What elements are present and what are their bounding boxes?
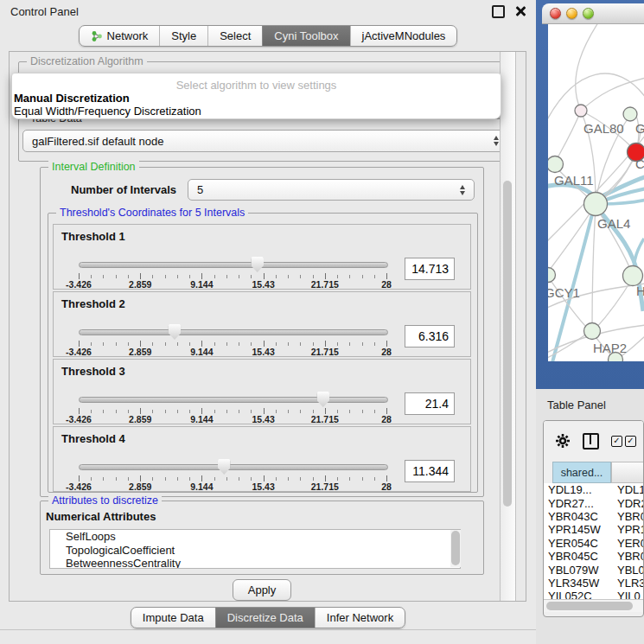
tab-infer-network[interactable]: Infer Network	[315, 608, 405, 628]
node-gal4[interactable]	[584, 193, 608, 216]
cell-shared-name[interactable]: YIL052C	[544, 590, 612, 599]
threshold-slider[interactable]: -3.4262.8599.14415.4321.71528	[79, 360, 388, 425]
cell-shared-name[interactable]: YER054C	[544, 537, 612, 550]
attributes-list-scrollbar[interactable]	[450, 530, 461, 567]
attribute-list-item[interactable]: TopologicalCoefficient	[50, 544, 460, 558]
cell-name[interactable]: YIL0	[612, 590, 644, 599]
tab-discretize-data[interactable]: Discretize Data	[215, 608, 315, 628]
node-gal80[interactable]	[575, 105, 587, 117]
gear-icon[interactable]	[555, 433, 571, 449]
network-icon	[91, 30, 103, 42]
slider-track[interactable]	[79, 262, 388, 268]
cell-shared-name[interactable]: YBR043C	[544, 510, 612, 523]
attribute-list-item[interactable]: SelfLoops	[50, 530, 460, 544]
slider-handle[interactable]	[168, 324, 181, 340]
tab-label: Infer Network	[327, 611, 393, 624]
cell-name[interactable]: YBR0	[612, 550, 644, 563]
table-row[interactable]: YBR045CYBR0	[544, 550, 644, 563]
slider-scale-labels: -3.4262.8599.14415.4321.71528	[79, 279, 388, 290]
tab-style[interactable]: Style	[159, 26, 207, 46]
column-header-shared-name[interactable]: shared...	[552, 462, 611, 483]
scrollbar-thumb[interactable]	[451, 531, 460, 565]
cell-shared-name[interactable]: YDL19...	[544, 483, 612, 496]
cell-name[interactable]: YBL0	[612, 564, 644, 577]
group-title: Threshold's Coordinates for 5 Intervals	[56, 207, 248, 219]
slider-track[interactable]	[79, 464, 388, 470]
slider-track[interactable]	[79, 397, 388, 403]
table-row[interactable]: YER054CYER0	[544, 537, 644, 550]
tick-label: 2.859	[129, 347, 151, 357]
slider-handle[interactable]	[218, 459, 231, 475]
attribute-list-item[interactable]: BetweennessCentrality	[50, 557, 460, 569]
cell-name[interactable]: YLR3	[612, 577, 644, 590]
table-row[interactable]: YDL19...YDL1	[544, 483, 644, 496]
table-row[interactable]: YDR27...YDR2	[544, 496, 644, 509]
table-horizontal-scrollbar[interactable]	[544, 599, 643, 612]
checkbox-icon[interactable]: ✓	[611, 436, 622, 447]
table-row[interactable]: YIL052CYIL0	[544, 590, 644, 599]
show-columns-icon[interactable]	[583, 433, 599, 450]
table-row[interactable]: YLR345WYLR3	[544, 577, 644, 590]
minimize-traffic-light-icon[interactable]	[566, 8, 577, 19]
cell-name[interactable]: YPR1	[612, 523, 644, 536]
cell-name[interactable]: YBR0	[612, 510, 644, 523]
slider-handle[interactable]	[251, 257, 264, 272]
table-header-row: shared... na	[544, 462, 644, 483]
node-top-right[interactable]	[623, 107, 637, 121]
table-panel-title: Table Panel	[547, 399, 606, 411]
popup-item-equal-width[interactable]: Equal Width/Frequency Discretization	[14, 105, 201, 118]
table-row[interactable]: YBL079WYBL0	[544, 563, 644, 576]
cell-name[interactable]: YDL1	[612, 483, 644, 496]
table-data-combobox[interactable]: galFiltered.sif default node	[22, 130, 508, 152]
numerical-attributes-list[interactable]: SelfLoopsTopologicalCoefficientBetweenne…	[49, 529, 461, 569]
node-label-h-cut: H	[636, 284, 644, 298]
tab-impute-data[interactable]: Impute Data	[131, 608, 215, 628]
cell-name[interactable]: YER0	[612, 537, 644, 550]
threshold-value-field[interactable]	[405, 460, 455, 482]
slider-handle[interactable]	[316, 392, 329, 407]
threshold-slider[interactable]: -3.4262.8599.14415.4321.71528	[79, 292, 388, 358]
threshold-slider[interactable]: -3.4262.8599.14415.4321.71528	[79, 225, 388, 290]
tab-cyni-toolbox[interactable]: Cyni Toolbox	[262, 26, 349, 46]
column-header-name[interactable]: na	[611, 462, 644, 483]
node-gcy1[interactable]	[548, 268, 556, 283]
threshold-value-field[interactable]	[405, 258, 455, 280]
network-canvas[interactable]: GAL80 GA C GAL11 GAL4 GCY1 H HAP2	[548, 24, 644, 361]
number-of-intervals-combobox[interactable]: 5	[188, 179, 475, 201]
attributes-group: Attributes to discretize Numerical Attri…	[40, 501, 484, 575]
slider-scale-labels: -3.4262.8599.14415.4321.71528	[79, 414, 388, 424]
popup-prompt-item[interactable]: Select algorithm to view settings	[12, 79, 501, 92]
close-icon[interactable]	[515, 6, 526, 16]
cell-name[interactable]: YDR2	[612, 497, 644, 510]
node-label-gal80: GAL80	[583, 121, 624, 136]
close-traffic-light-icon[interactable]	[550, 8, 561, 19]
apply-button[interactable]: Apply	[233, 579, 291, 601]
interval-definition-group: Interval Definition Number of Intervals …	[40, 167, 484, 497]
content-vertical-scrollbar[interactable]	[500, 52, 516, 601]
cell-shared-name[interactable]: YDR27...	[544, 497, 612, 510]
cell-shared-name[interactable]: YBL079W	[544, 564, 612, 577]
scrollbar-thumb[interactable]	[546, 602, 633, 610]
checkbox-icon[interactable]: ✓	[625, 436, 636, 447]
table-row[interactable]: YPR145WYPR1	[544, 523, 644, 536]
scrollbar-thumb[interactable]	[503, 181, 512, 507]
cell-shared-name[interactable]: YLR345W	[544, 577, 612, 590]
slider-track[interactable]	[79, 329, 388, 335]
popup-item-manual-discretization[interactable]: Manual Discretization	[14, 92, 130, 105]
float-window-icon[interactable]	[492, 5, 505, 18]
table-rows[interactable]: YDL19...YDL1YDR27...YDR2YBR043CYBR0YPR14…	[544, 483, 644, 599]
table-row[interactable]: YBR043CYBR0	[544, 510, 644, 523]
cell-shared-name[interactable]: YPR145W	[544, 523, 612, 536]
threshold-value-field[interactable]	[405, 325, 455, 348]
table-panel: Table Panel ✓ ✓	[536, 389, 644, 644]
tab-network[interactable]: Network	[80, 26, 160, 46]
node-hap2[interactable]	[584, 323, 601, 340]
threshold-slider[interactable]: -3.4262.8599.14415.4321.71528	[79, 427, 388, 493]
threshold-value-field[interactable]	[405, 392, 455, 415]
cell-shared-name[interactable]: YBR045C	[544, 550, 612, 563]
node-gal11[interactable]	[548, 156, 564, 173]
tab-jactivemnodules[interactable]: jActiveMNodules	[350, 26, 457, 46]
tab-select[interactable]: Select	[207, 26, 262, 46]
zoom-traffic-light-icon[interactable]	[583, 8, 594, 19]
tick-label: 15.43	[252, 347, 274, 357]
